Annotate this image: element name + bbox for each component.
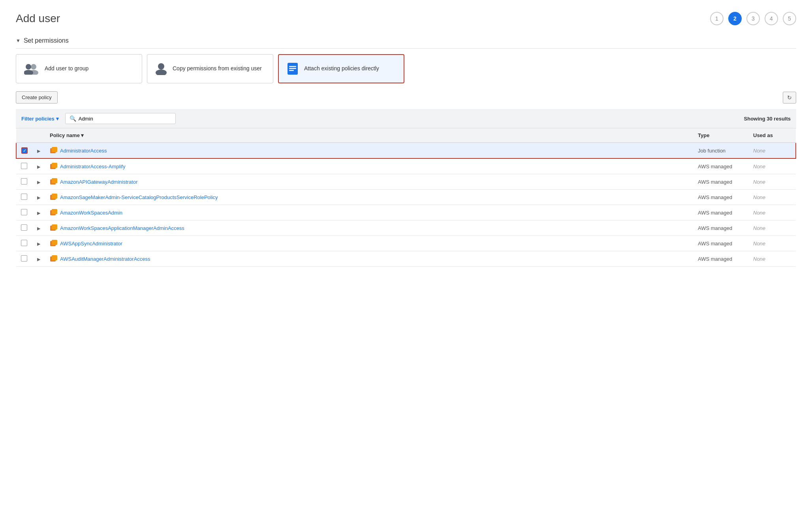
create-policy-button[interactable]: Create policy xyxy=(16,91,58,104)
policy-icon xyxy=(50,162,58,170)
table-row[interactable]: ✓▶AdministratorAccessJob functionNone xyxy=(16,143,796,158)
cell-expand: ▶ xyxy=(32,236,45,251)
cell-policy-name: AmazonWorkSpacesAdmin xyxy=(45,205,693,220)
checkbox[interactable] xyxy=(21,163,27,169)
expand-arrow-icon[interactable]: ▶ xyxy=(37,180,40,184)
cell-checkbox xyxy=(16,174,32,190)
policy-name-link[interactable]: AmazonAPIGatewayAdministrator xyxy=(60,179,138,185)
cell-policy-name: AmazonSageMakerAdmin-ServiceCatalogProdu… xyxy=(45,190,693,205)
policy-name-link[interactable]: AmazonSageMakerAdmin-ServiceCatalogProdu… xyxy=(60,194,218,200)
expand-arrow-icon[interactable]: ▶ xyxy=(37,226,40,231)
expand-arrow-icon[interactable]: ▶ xyxy=(37,241,40,246)
checkbox[interactable] xyxy=(21,255,27,262)
svg-rect-21 xyxy=(52,224,57,230)
table-header-row: Policy name ▾ Type Used as xyxy=(16,128,796,143)
search-box: 🔍 xyxy=(65,113,176,124)
policy-name-link[interactable]: AdministratorAccess xyxy=(60,148,107,154)
policy-name-link[interactable]: AdministratorAccess-Amplify xyxy=(60,164,125,169)
cell-used-as: None xyxy=(748,220,796,236)
checkbox[interactable] xyxy=(21,240,27,246)
cell-expand: ▶ xyxy=(32,190,45,205)
svg-point-4 xyxy=(158,63,164,70)
step-1[interactable]: 1 xyxy=(710,12,724,25)
table-row[interactable]: ▶AWSAppSyncAdministratorAWS managedNone xyxy=(16,236,796,251)
checkbox[interactable] xyxy=(21,224,27,231)
cell-policy-name: AWSAppSyncAdministrator xyxy=(45,236,693,251)
card-attach-policies[interactable]: Attach existing policies directly xyxy=(278,54,404,83)
svg-rect-8 xyxy=(289,68,296,69)
svg-rect-7 xyxy=(289,66,296,67)
expand-arrow-icon[interactable]: ▶ xyxy=(37,195,40,200)
cell-checkbox xyxy=(16,236,32,251)
cell-used-as: None xyxy=(748,158,796,174)
table-row[interactable]: ▶AmazonWorkSpacesAdminAWS managedNone xyxy=(16,205,796,220)
cell-type: AWS managed xyxy=(693,205,748,220)
cell-expand: ▶ xyxy=(32,205,45,220)
step-2[interactable]: 2 xyxy=(728,12,742,25)
checkbox[interactable] xyxy=(21,209,27,215)
col-header-name[interactable]: Policy name ▾ xyxy=(45,128,693,143)
cell-type: AWS managed xyxy=(693,190,748,205)
search-input[interactable] xyxy=(79,116,171,122)
page-header: Add user 1 2 3 4 5 xyxy=(16,12,796,25)
cell-type: Job function xyxy=(693,143,748,158)
checkbox[interactable]: ✓ xyxy=(21,147,28,154)
table-row[interactable]: ▶AmazonSageMakerAdmin-ServiceCatalogProd… xyxy=(16,190,796,205)
expand-arrow-icon[interactable]: ▶ xyxy=(37,257,40,262)
col-header-expand xyxy=(32,128,45,143)
policy-icon xyxy=(50,147,58,154)
card-add-to-group[interactable]: Add user to group xyxy=(16,54,142,83)
step-3[interactable]: 3 xyxy=(746,12,760,25)
policy-table-body: ✓▶AdministratorAccessJob functionNone▶Ad… xyxy=(16,143,796,267)
table-row[interactable]: ▶AWSAuditManagerAdministratorAccessAWS m… xyxy=(16,251,796,267)
cell-checkbox xyxy=(16,158,32,174)
cell-used-as: None xyxy=(748,174,796,190)
cell-type: AWS managed xyxy=(693,158,748,174)
user-icon xyxy=(155,62,167,75)
policy-name-link[interactable]: AmazonWorkSpacesAdmin xyxy=(60,210,122,216)
table-row[interactable]: ▶AdministratorAccess-AmplifyAWS managedN… xyxy=(16,158,796,174)
expand-arrow-icon[interactable]: ▶ xyxy=(37,149,40,153)
expand-arrow-icon[interactable]: ▶ xyxy=(37,164,40,169)
policy-table: Policy name ▾ Type Used as ✓▶Administrat… xyxy=(16,128,796,267)
cell-used-as: None xyxy=(748,190,796,205)
cell-policy-name: AdministratorAccess-Amplify xyxy=(45,158,693,174)
table-row[interactable]: ▶AmazonAPIGatewayAdministratorAWS manage… xyxy=(16,174,796,190)
results-count: Showing 30 results xyxy=(744,116,791,122)
cell-expand: ▶ xyxy=(32,143,45,158)
expand-arrow-icon[interactable]: ▶ xyxy=(37,211,40,215)
permission-cards: Add user to group Copy permissions from … xyxy=(16,54,796,83)
toolbar-row: Create policy ↻ xyxy=(16,91,796,104)
policy-name-link[interactable]: AWSAuditManagerAdministratorAccess xyxy=(60,256,150,262)
policy-icon xyxy=(50,255,58,263)
table-row[interactable]: ▶AmazonWorkSpacesApplicationManagerAdmin… xyxy=(16,220,796,236)
cell-policy-name: AdministratorAccess xyxy=(45,143,693,158)
cell-checkbox xyxy=(16,205,32,220)
svg-rect-17 xyxy=(52,194,57,199)
cell-policy-name: AWSAuditManagerAdministratorAccess xyxy=(45,251,693,267)
policy-icon xyxy=(50,224,58,232)
policy-name-link[interactable]: AWSAppSyncAdministrator xyxy=(60,241,122,247)
cell-used-as: None xyxy=(748,236,796,251)
card-add-to-group-label: Add user to group xyxy=(45,65,88,73)
cell-checkbox xyxy=(16,220,32,236)
filter-policies-button[interactable]: Filter policies ▾ xyxy=(21,116,59,122)
cell-checkbox xyxy=(16,190,32,205)
cell-used-as: None xyxy=(748,143,796,158)
step-5[interactable]: 5 xyxy=(783,12,796,25)
refresh-button[interactable]: ↻ xyxy=(783,92,796,104)
svg-rect-19 xyxy=(52,209,57,214)
cell-expand: ▶ xyxy=(32,251,45,267)
cell-type: AWS managed xyxy=(693,251,748,267)
step-4[interactable]: 4 xyxy=(765,12,778,25)
section-title: Set permissions xyxy=(24,37,69,44)
card-copy-permissions[interactable]: Copy permissions from existing user xyxy=(147,54,273,83)
checkbox[interactable] xyxy=(21,178,27,184)
policy-name-link[interactable]: AmazonWorkSpacesApplicationManagerAdminA… xyxy=(60,225,184,231)
svg-point-1 xyxy=(31,64,36,70)
svg-rect-9 xyxy=(289,70,294,71)
doc-icon xyxy=(287,62,299,75)
cell-type: AWS managed xyxy=(693,174,748,190)
svg-rect-25 xyxy=(52,255,57,260)
checkbox[interactable] xyxy=(21,194,27,200)
